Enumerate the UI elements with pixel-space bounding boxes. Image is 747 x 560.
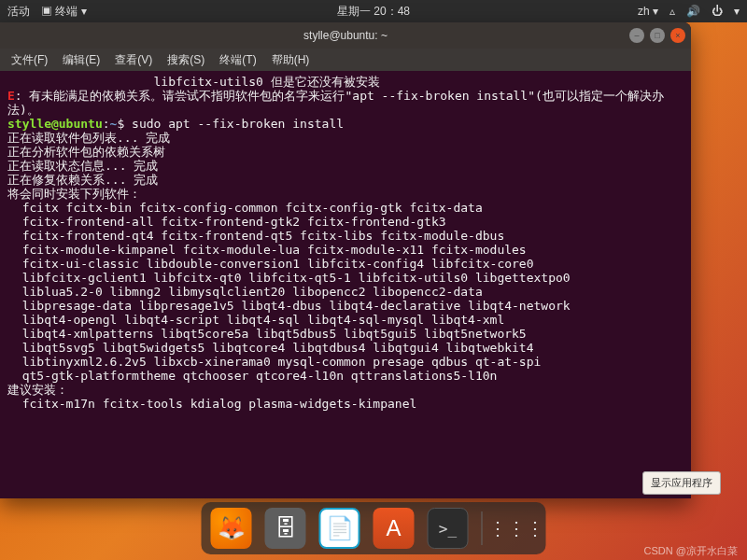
window-titlebar[interactable]: stylle@ubuntu: ~ – □ × (0, 22, 691, 49)
dock-firefox-icon[interactable]: 🦊 (211, 508, 252, 549)
volume-icon[interactable]: 🔊 (686, 5, 700, 18)
tooltip: 显示应用程序 (642, 471, 721, 495)
dock-terminal-icon[interactable] (428, 508, 469, 549)
output-line: 正在分析软件包的依赖关系树 (7, 145, 684, 159)
output-line: 正在读取状态信息... 完成 (7, 159, 684, 173)
watermark: CSDN @凉开水白菜 (644, 544, 738, 558)
menu-view[interactable]: 查看(V) (109, 50, 158, 70)
output-line: 正在修复依赖关系... 完成 (7, 173, 684, 187)
output-line: fcitx-module-kimpanel fcitx-module-lua f… (7, 243, 684, 257)
menu-help[interactable]: 帮助(H) (266, 50, 316, 70)
output-line: qt5-gtk-platformtheme qtchooser qtcore4-… (7, 369, 684, 383)
clock[interactable]: 星期一 20：48 (337, 4, 410, 20)
menubar: 文件(F) 编辑(E) 查看(V) 搜索(S) 终端(T) 帮助(H) (0, 49, 691, 71)
menu-terminal[interactable]: 终端(T) (214, 50, 261, 70)
output-line: fcitx-frontend-qt4 fcitx-frontend-qt5 fc… (7, 229, 684, 243)
output-line: E: 有未能满足的依赖关系。请尝试不指明软件包的名字来运行"apt --fix-… (7, 89, 684, 117)
output-line: 建议安装： (7, 383, 684, 397)
output-line: 正在读取软件包列表... 完成 (7, 131, 684, 145)
output-line: libfcitx-utils0 但是它还没有被安装 (7, 75, 684, 89)
prompt-line: stylle@ubuntu:~$ sudo apt --fix-broken i… (7, 117, 684, 131)
network-icon[interactable]: ▵ (669, 5, 675, 18)
output-line: fcitx-ui-classic libdouble-conversion1 l… (7, 257, 684, 271)
activities-button[interactable]: 活动 (7, 4, 30, 20)
maximize-button[interactable]: □ (650, 28, 665, 43)
terminal-output[interactable]: libfcitx-utils0 但是它还没有被安装 E: 有未能满足的依赖关系。… (0, 71, 691, 498)
dock-divider (482, 511, 483, 545)
output-line: libqt5svg5 libqt5widgets5 libqtcore4 lib… (7, 341, 684, 355)
close-button[interactable]: × (670, 28, 685, 43)
dock-show-apps-icon[interactable]: ⋮⋮⋮ (496, 508, 537, 549)
gnome-topbar: 活动 ▣ 终端 ▾ 星期一 20：48 zh ▾ ▵ 🔊 ⏻ ▾ (0, 0, 747, 22)
system-menu-caret[interactable]: ▾ (734, 5, 740, 18)
output-line: fcitx-frontend-all fcitx-frontend-gtk2 f… (7, 215, 684, 229)
dock: 🦊 🗄 📄 A ⋮⋮⋮ (202, 502, 546, 554)
power-icon[interactable]: ⏻ (712, 5, 723, 18)
output-line: fcitx fcitx-bin fcitx-config-common fcit… (7, 201, 684, 215)
output-line: fcitx-m17n fcitx-tools kdialog plasma-wi… (7, 397, 684, 411)
output-line: liblua5.2-0 libmng2 libmysqlclient20 lib… (7, 285, 684, 299)
output-line: libfcitx-gclient1 libfcitx-qt0 libfcitx-… (7, 271, 684, 285)
menu-edit[interactable]: 编辑(E) (57, 50, 106, 70)
window-title: stylle@ubuntu: ~ (303, 29, 388, 42)
menu-search[interactable]: 搜索(S) (162, 50, 210, 70)
dock-software-icon[interactable]: A (374, 508, 415, 549)
dock-files-icon[interactable]: 🗄 (265, 508, 306, 549)
menu-file[interactable]: 文件(F) (6, 50, 53, 70)
terminal-window: stylle@ubuntu: ~ – □ × 文件(F) 编辑(E) 查看(V)… (0, 22, 691, 498)
output-line: libtinyxml2.6.2v5 libxcb-xinerama0 mysql… (7, 355, 684, 369)
output-line: libqt4-opengl libqt4-script libqt4-sql l… (7, 313, 684, 327)
input-method[interactable]: zh ▾ (638, 5, 658, 18)
app-indicator[interactable]: ▣ 终端 ▾ (41, 4, 87, 20)
output-line: libpresage-data libpresage1v5 libqt4-dbu… (7, 299, 684, 313)
minimize-button[interactable]: – (629, 28, 644, 43)
output-line: 将会同时安装下列软件： (7, 187, 684, 201)
output-line: libqt4-xmlpatterns libqt5core5a libqt5db… (7, 327, 684, 341)
dock-writer-icon[interactable]: 📄 (319, 508, 360, 549)
